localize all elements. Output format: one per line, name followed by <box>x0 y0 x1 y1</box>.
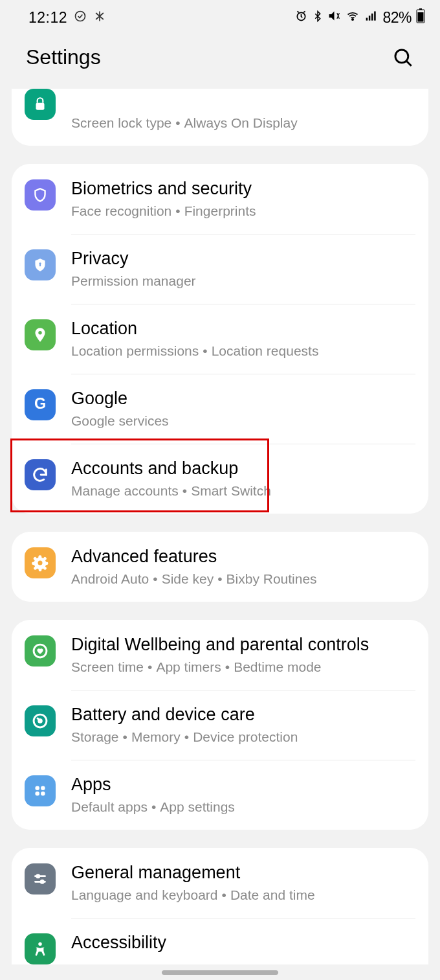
settings-group: Advanced features Android Auto•Side key•… <box>12 532 428 602</box>
home-indicator[interactable] <box>162 970 278 975</box>
settings-item-title: Digital Wellbeing and parental controls <box>71 634 415 656</box>
settings-item-accessibility[interactable]: Accessibility <box>12 918 428 964</box>
settings-item-advanced-features[interactable]: Advanced features Android Auto•Side key•… <box>12 532 428 602</box>
lock-icon <box>25 89 56 120</box>
signal-icon <box>364 9 379 27</box>
settings-item-location[interactable]: Location Location permissions•Location r… <box>12 304 428 374</box>
page-title: Settings <box>26 45 101 69</box>
settings-item-sub: Screen lock type•Always On Display <box>71 115 415 131</box>
sync-icon <box>25 459 56 490</box>
check-circle-icon <box>74 9 87 27</box>
settings-item-sub: Location permissions•Location requests <box>71 343 415 359</box>
status-time: 12:12 <box>28 9 67 27</box>
svg-rect-9 <box>418 12 424 22</box>
svg-point-27 <box>38 942 41 946</box>
settings-item-sub: Screen time•App timers•Bedtime mode <box>71 659 415 676</box>
wifi-icon <box>345 9 360 27</box>
svg-rect-8 <box>419 8 422 10</box>
mute-icon <box>327 9 341 27</box>
settings-item-title: Location <box>71 318 415 340</box>
settings-item-sub: Default apps•App settings <box>71 799 415 815</box>
svg-rect-6 <box>375 11 377 20</box>
settings-item-title: Advanced features <box>71 546 415 568</box>
battery-percent: 82% <box>382 9 412 27</box>
svg-point-14 <box>38 331 41 334</box>
google-g-icon: G <box>25 389 56 420</box>
settings-item-sub: Android Auto•Side key•Bixby Routines <box>71 571 415 587</box>
shield-lock-icon <box>25 249 56 280</box>
settings-item-sub: Face recognition•Fingerprints <box>71 203 415 220</box>
settings-group: Screen lock type•Always On Display <box>12 89 428 146</box>
settings-item-title: Privacy <box>71 248 415 270</box>
settings-group: Digital Wellbeing and parental controls … <box>12 620 428 830</box>
search-icon <box>392 47 414 69</box>
svg-point-2 <box>352 18 354 20</box>
svg-rect-4 <box>369 16 371 20</box>
svg-point-24 <box>41 792 45 796</box>
svg-point-25 <box>37 875 39 878</box>
settings-item-title: Battery and device care <box>71 704 415 726</box>
settings-group: Biometrics and security Face recognition… <box>12 164 428 514</box>
settings-group: General management Language and keyboard… <box>12 848 428 964</box>
svg-point-26 <box>41 880 43 883</box>
svg-point-23 <box>35 792 39 796</box>
svg-rect-11 <box>36 103 45 110</box>
svg-point-22 <box>41 786 45 790</box>
settings-item-sub: Storage•Memory•Device protection <box>71 729 415 746</box>
settings-item-biometrics[interactable]: Biometrics and security Face recognition… <box>12 164 428 234</box>
status-left: 12:12 <box>28 9 106 27</box>
svg-text:G: G <box>34 396 46 412</box>
battery-icon <box>415 8 426 27</box>
svg-rect-5 <box>371 13 373 20</box>
settings-item-sub: Permission manager <box>71 273 415 290</box>
settings-item-apps[interactable]: Apps Default apps•App settings <box>12 760 428 830</box>
settings-item-title: General management <box>71 862 415 884</box>
settings-item-title: Accounts and backup <box>71 458 415 480</box>
heart-circle-icon <box>25 635 56 667</box>
bluetooth-icon <box>312 9 324 27</box>
shield-icon <box>25 179 56 211</box>
pin-icon <box>25 319 56 350</box>
settings-item-lockscreen[interactable]: Screen lock type•Always On Display <box>12 89 428 146</box>
accessibility-icon <box>25 933 56 964</box>
settings-item-google[interactable]: G Google Google services <box>12 374 428 444</box>
settings-item-general-management[interactable]: General management Language and keyboard… <box>12 848 428 918</box>
settings-item-title: Apps <box>71 774 415 796</box>
settings-item-sub: Manage accounts•Smart Switch <box>71 483 415 499</box>
svg-rect-13 <box>39 264 41 266</box>
alarm-icon <box>294 9 308 27</box>
settings-header: Settings <box>0 32 440 89</box>
settings-item-title: Biometrics and security <box>71 178 415 200</box>
search-button[interactable] <box>392 47 414 69</box>
settings-item-title: Google <box>71 388 415 410</box>
settings-item-privacy[interactable]: Privacy Permission manager <box>12 234 428 304</box>
meter-icon <box>25 705 56 736</box>
svg-point-21 <box>35 786 39 790</box>
svg-point-10 <box>395 49 408 62</box>
settings-item-title: Accessibility <box>71 932 415 954</box>
settings-item-accounts-backup[interactable]: Accounts and backup Manage accounts•Smar… <box>12 444 428 514</box>
sliders-icon <box>25 863 56 895</box>
snowflake-icon <box>93 9 106 27</box>
svg-point-17 <box>38 561 43 565</box>
settings-item-sub: Language and keyboard•Date and time <box>71 887 415 904</box>
status-bar: 12:12 82% <box>0 0 440 32</box>
status-right: 82% <box>294 8 426 27</box>
gear-flower-icon <box>25 547 56 578</box>
apps-grid-icon <box>25 775 56 806</box>
svg-point-0 <box>76 11 85 21</box>
settings-item-digital-wellbeing[interactable]: Digital Wellbeing and parental controls … <box>12 620 428 690</box>
settings-item-sub: Google services <box>71 413 415 429</box>
settings-item-battery-care[interactable]: Battery and device care Storage•Memory•D… <box>12 690 428 760</box>
svg-rect-3 <box>366 17 368 20</box>
